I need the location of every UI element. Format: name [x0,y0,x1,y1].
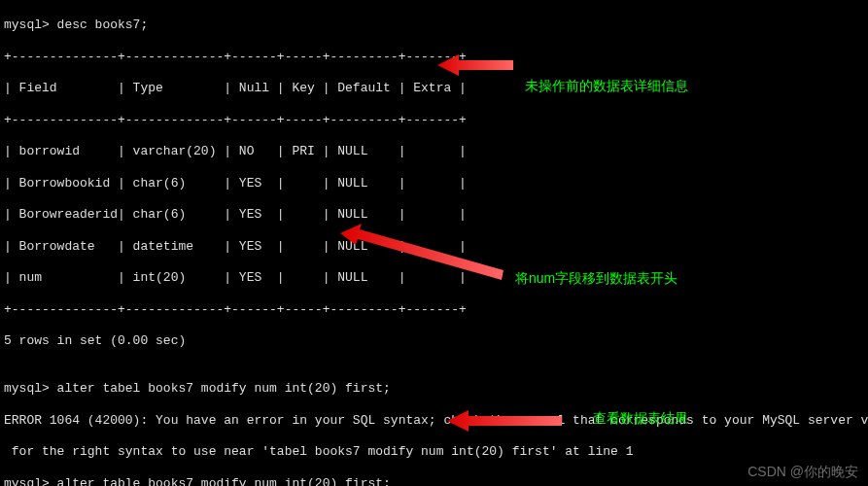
prompt-line[interactable]: mysql> alter table books7 modify num int… [4,476,868,487]
annotation-result: 查看数据表结果 [593,410,688,428]
svg-marker-2 [447,410,562,432]
arrow-icon [437,51,515,80]
table-header: | Field | Type | Null | Key | Default | … [4,81,868,96]
prompt-line[interactable]: mysql> desc books7; [4,17,868,33]
table-border: +--------------+-------------+------+---… [4,302,868,318]
svg-marker-1 [340,224,503,280]
arrow-icon [340,224,505,282]
prompt-line[interactable]: mysql> alter tabel books7 modify num int… [4,381,868,397]
svg-marker-0 [437,54,513,76]
annotation-before: 未操作前的数据表详细信息 [525,78,688,95]
watermark: CSDN @你的晚安 [747,464,858,481]
table-border: +--------------+-------------+------+---… [4,50,868,65]
arrow-icon [447,406,564,435]
table-row: | Borrowbookid | char(6) | YES | | NULL … [4,176,868,191]
result-summary: 5 rows in set (0.00 sec) [4,333,868,349]
table-row: | borrowid | varchar(20) | NO | PRI | NU… [4,144,868,159]
annotation-move: 将num字段移到数据表开头 [515,270,677,288]
error-line: for the right syntax to use near 'tabel … [4,444,868,460]
table-row: | Borowreaderid| char(6) | YES | | NULL … [4,207,868,223]
error-line: ERROR 1064 (42000): You have an error in… [4,413,868,429]
table-border: +--------------+-------------+------+---… [4,113,868,128]
